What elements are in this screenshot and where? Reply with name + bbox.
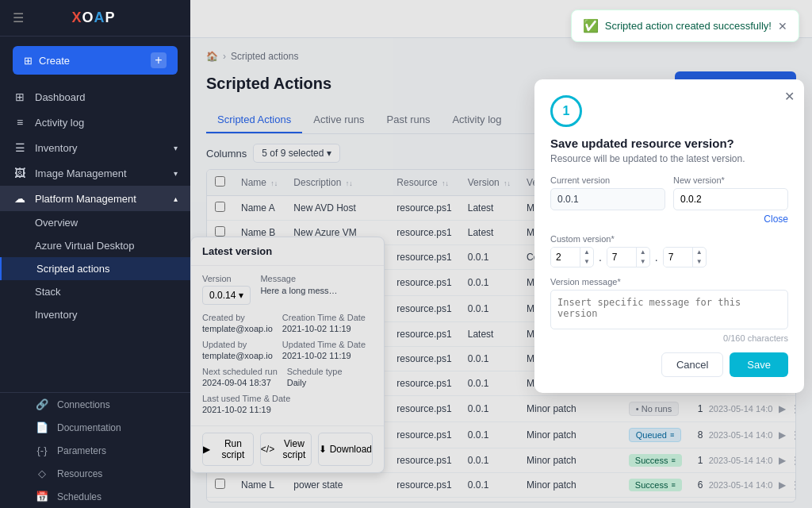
- apps-icon: ⊞: [24, 55, 33, 67]
- modal-close-button[interactable]: ✕: [784, 89, 795, 104]
- activity-icon: ≡: [13, 116, 27, 129]
- modal-title: Save updated resource version?: [550, 137, 788, 150]
- sidebar-item-inventory[interactable]: ☰ Inventory ▾: [0, 135, 190, 160]
- close-link[interactable]: Close: [673, 214, 788, 225]
- connections-icon: 🔗: [35, 398, 49, 410]
- sidebar-item-inventory-sub[interactable]: Inventory: [0, 303, 190, 326]
- save-button[interactable]: Save: [730, 352, 788, 377]
- cv2-up-button[interactable]: ▲: [637, 248, 649, 257]
- sidebar-item-scripted-actions[interactable]: Scripted actions: [0, 257, 190, 280]
- new-version-label: New version*: [673, 175, 788, 185]
- chevron-down-icon-2: ▾: [174, 169, 178, 178]
- success-toast: ✅ Scripted action created successfully! …: [571, 10, 799, 42]
- sidebar-item-documentation[interactable]: 📄 Documentation: [0, 416, 190, 439]
- sidebar-label-schedules: Schedules: [57, 491, 102, 502]
- main-content: 🔍 🔔 OR ✅ Scripted action created success…: [190, 0, 812, 508]
- sidebar-item-activity-log[interactable]: ≡ Activity log: [0, 110, 190, 135]
- hamburger-icon[interactable]: ☰: [13, 10, 24, 25]
- cv3-up-button[interactable]: ▲: [693, 248, 706, 257]
- sidebar-label-dashboard: Dashboard: [35, 91, 86, 103]
- custom-version-3-input[interactable]: [664, 248, 692, 267]
- char-count: 0/160 characters: [550, 333, 788, 343]
- parameters-icon: {-}: [35, 444, 49, 456]
- resources-icon: ◇: [35, 468, 49, 479]
- modal-description: Resource will be updated to the latest v…: [550, 153, 788, 164]
- sidebar-label-activity-log: Activity log: [35, 117, 84, 129]
- sidebar-label-platform: Platform Management: [35, 193, 136, 205]
- create-button[interactable]: ⊞ Create +: [13, 46, 178, 75]
- chevron-up-icon: ▴: [174, 194, 178, 203]
- dashboard-icon: ⊞: [13, 90, 27, 103]
- sidebar-bottom: 🔗 Connections 📄 Documentation {-} Parame…: [0, 392, 190, 508]
- new-version-input[interactable]: [673, 188, 788, 210]
- sidebar-item-schedules[interactable]: 📅 Schedules: [0, 485, 190, 508]
- documentation-icon: 📄: [35, 421, 49, 433]
- sidebar-item-connections[interactable]: 🔗 Connections: [0, 393, 190, 416]
- sidebar-item-azure-virtual-desktop[interactable]: Azure Virtual Desktop: [0, 234, 190, 257]
- sidebar-label-connections: Connections: [57, 399, 110, 410]
- sidebar-label-image: Image Management: [35, 167, 127, 179]
- create-label: Create: [39, 55, 70, 67]
- custom-version-1-input[interactable]: [551, 248, 580, 267]
- sidebar-label-overview: Overview: [35, 217, 78, 229]
- schedules-icon: 📅: [35, 491, 49, 502]
- dot-sep-2: .: [655, 251, 658, 264]
- inventory-icon: ☰: [13, 141, 27, 154]
- sidebar-item-dashboard[interactable]: ⊞ Dashboard: [0, 84, 190, 110]
- cv1-up-button[interactable]: ▲: [580, 248, 593, 257]
- toast-message: Scripted action created successfully!: [605, 20, 772, 32]
- current-version-input: [550, 188, 665, 210]
- custom-version-2-input[interactable]: [607, 248, 636, 267]
- chevron-down-icon: ▾: [174, 144, 178, 152]
- sidebar-item-resources[interactable]: ◇ Resources: [0, 462, 190, 485]
- sidebar-label-resources: Resources: [57, 468, 102, 479]
- sidebar-item-image-management[interactable]: 🖼 Image Management ▾: [0, 160, 190, 186]
- app-logo: XOAP: [71, 10, 115, 26]
- version-message-label: Version message*: [550, 277, 788, 287]
- sidebar-item-overview[interactable]: Overview: [0, 211, 190, 234]
- cv1-down-button[interactable]: ▼: [580, 257, 593, 267]
- plus-icon: +: [151, 52, 167, 68]
- save-version-modal: ✕ 1 Save updated resource version? Resou…: [534, 79, 804, 393]
- sidebar-item-platform-management[interactable]: ☁ Platform Management ▴: [0, 186, 190, 211]
- current-version-label: Current version: [550, 175, 665, 185]
- sidebar-label-inventory-sub: Inventory: [35, 309, 77, 321]
- sidebar-label-parameters: Parameters: [57, 445, 106, 456]
- version-message-input[interactable]: [550, 290, 788, 329]
- dot-sep-1: .: [599, 251, 602, 264]
- check-circle-icon: ✅: [583, 18, 599, 33]
- modal-actions: Cancel Save: [550, 352, 788, 377]
- sidebar: ☰ XOAP ⊞ Create + ⊞ Dashboard ≡ Activity…: [0, 0, 190, 508]
- version-badge: 1: [550, 95, 582, 127]
- sidebar-header: ☰ XOAP: [0, 0, 190, 37]
- custom-version-label: Custom version*: [550, 234, 788, 244]
- toast-close-button[interactable]: ✕: [778, 20, 787, 33]
- cancel-button[interactable]: Cancel: [661, 352, 723, 377]
- image-icon: 🖼: [13, 167, 27, 179]
- cv3-down-button[interactable]: ▼: [693, 257, 706, 267]
- sidebar-item-parameters[interactable]: {-} Parameters: [0, 439, 190, 462]
- sidebar-label-inventory: Inventory: [35, 142, 77, 154]
- sidebar-item-stack[interactable]: Stack: [0, 280, 190, 303]
- cv2-down-button[interactable]: ▼: [637, 257, 649, 267]
- cloud-icon: ☁: [13, 192, 27, 205]
- sidebar-label-scripted-actions: Scripted actions: [36, 263, 110, 275]
- sidebar-label-stack: Stack: [35, 286, 61, 298]
- sidebar-label-documentation: Documentation: [57, 422, 121, 433]
- sidebar-label-avd: Azure Virtual Desktop: [35, 240, 135, 252]
